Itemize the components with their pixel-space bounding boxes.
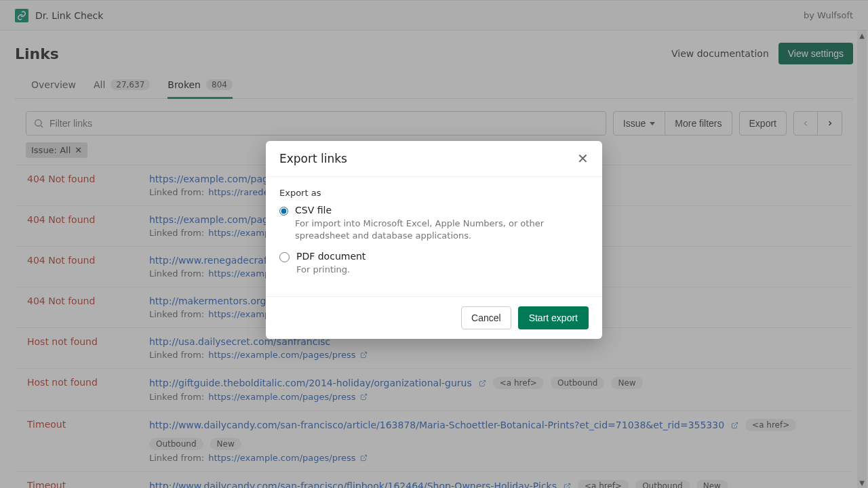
export-option-pdf[interactable]: PDF document For printing. xyxy=(279,251,589,276)
cancel-button[interactable]: Cancel xyxy=(461,306,511,329)
start-export-button[interactable]: Start export xyxy=(518,306,589,329)
pdf-radio[interactable] xyxy=(279,252,290,262)
pdf-title: PDF document xyxy=(296,251,366,262)
csv-radio[interactable] xyxy=(279,206,288,216)
modal-overlay: Export links ✕ Export as CSV file For im… xyxy=(0,0,868,488)
csv-title: CSV file xyxy=(295,205,589,216)
modal-title: Export links xyxy=(279,152,347,165)
modal-body: Export as CSV file For import into Micro… xyxy=(266,177,602,296)
pdf-desc: For printing. xyxy=(296,264,366,276)
csv-desc: For import into Microsoft Excel, Apple N… xyxy=(295,218,589,241)
modal-close-button[interactable]: ✕ xyxy=(577,152,589,165)
export-as-label: Export as xyxy=(279,188,589,198)
export-links-modal: Export links ✕ Export as CSV file For im… xyxy=(266,141,602,339)
export-option-csv[interactable]: CSV file For import into Microsoft Excel… xyxy=(279,205,589,241)
modal-footer: Cancel Start export xyxy=(266,296,602,339)
modal-header: Export links ✕ xyxy=(266,141,602,177)
